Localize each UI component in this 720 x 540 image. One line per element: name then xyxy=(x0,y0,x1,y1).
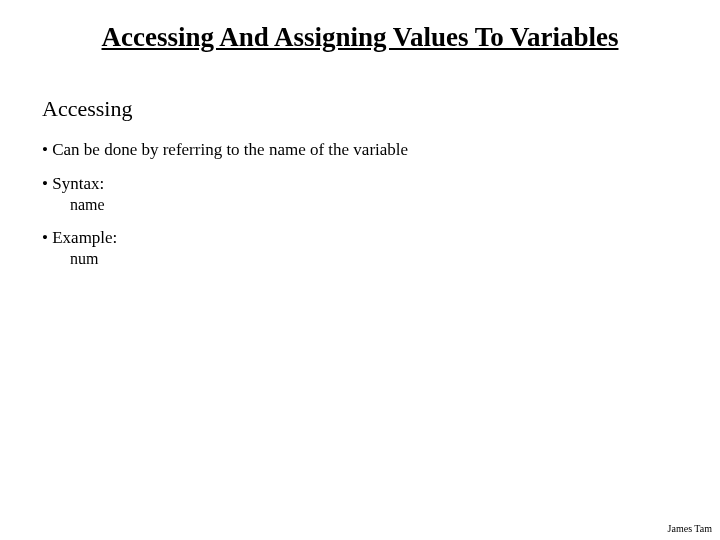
bullet-subitem: num xyxy=(70,250,662,268)
bullet-list: • Can be done by referring to the name o… xyxy=(42,140,662,268)
bullet-subitem: name xyxy=(70,196,662,214)
bullet-item: • Example: xyxy=(42,228,662,248)
slide: Accessing And Assigning Values To Variab… xyxy=(0,0,720,540)
slide-subtitle: Accessing xyxy=(42,96,132,122)
slide-title: Accessing And Assigning Values To Variab… xyxy=(0,22,720,53)
bullet-item: • Can be done by referring to the name o… xyxy=(42,140,662,160)
bullet-item: • Syntax: xyxy=(42,174,662,194)
footer-author: James Tam xyxy=(668,523,712,534)
